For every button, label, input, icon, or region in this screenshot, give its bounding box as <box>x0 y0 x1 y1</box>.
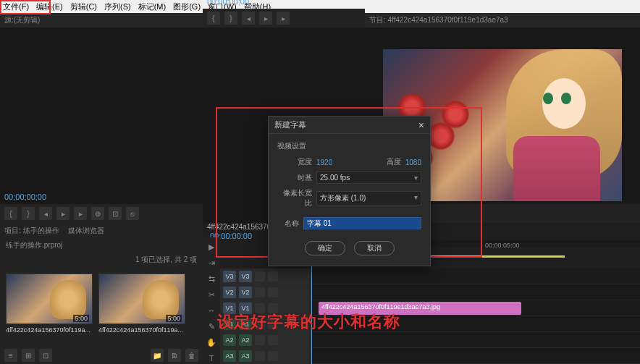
mark-out-icon[interactable]: } <box>22 207 35 220</box>
height-field[interactable]: 1080 <box>405 158 421 166</box>
source-timecode[interactable]: 00;00;00;00 <box>4 192 46 201</box>
export-frame-icon[interactable]: ⎋ <box>126 207 139 220</box>
project-selection-info: 1 项已选择, 共 2 项 <box>0 252 203 268</box>
track-label-a2[interactable]: A2 <box>239 334 252 346</box>
menu-sequence[interactable]: 序列(S) <box>104 1 131 12</box>
video-track-3: V3V3 <box>220 268 640 284</box>
timebase-select[interactable]: 25.00 fps <box>316 172 421 184</box>
program-tab[interactable]: 节目: 4ff422c424a156370f0f119e1d3ae7a3 <box>365 13 640 27</box>
ruler-mark: 00:00:05:00 <box>485 242 520 249</box>
project-tabs: 项目: 练手的操作 媒体浏览器 <box>0 223 203 239</box>
source-tab[interactable]: 源:(无剪辑) <box>0 13 203 27</box>
mark-in-icon[interactable]: { <box>4 207 17 220</box>
par-label: 像素长宽比 <box>277 188 312 208</box>
track-lock-icon[interactable] <box>268 271 278 282</box>
track-label-a3[interactable]: A3 <box>239 350 252 362</box>
project-thumbnails: 5:00 4ff422c424a156370f0f119a... 5:00 4f… <box>0 268 203 339</box>
track-content[interactable] <box>311 348 640 363</box>
source-monitor-panel: 源:(无剪辑) 00;00;00;00 { } ◂ ▸ ▸ ⊕ ⊡ ⎋ <box>0 13 203 223</box>
project-tab-media[interactable]: 媒体浏览器 <box>68 226 104 236</box>
program-timecode-mid[interactable]: 00;00;00;00 <box>207 0 249 6</box>
track-content[interactable] <box>311 332 640 347</box>
track-content[interactable] <box>311 268 640 284</box>
annotation-text: 设定好字幕的大小和名称 <box>217 311 400 333</box>
step-back-icon[interactable]: ◂ <box>242 12 255 25</box>
razor-tool-icon[interactable]: ✂ <box>206 289 217 301</box>
type-tool-icon[interactable]: T <box>206 352 217 364</box>
track-eye-icon[interactable] <box>255 287 265 297</box>
project-filename: 练手的操作.prproj <box>0 239 203 252</box>
track-eye-icon[interactable] <box>255 271 265 282</box>
play-icon[interactable]: ▸ <box>56 207 70 220</box>
ripple-tool-icon[interactable]: ⇆ <box>206 274 217 285</box>
selection-tool-icon[interactable]: ▶ <box>206 242 217 253</box>
dialog-title-text: 新建字幕 <box>274 119 306 130</box>
menu-file[interactable]: 文件(F) <box>3 1 29 12</box>
track-target-v2[interactable]: V2 <box>223 287 236 298</box>
timebase-label: 时基 <box>277 173 312 183</box>
track-mute-icon[interactable] <box>255 335 265 345</box>
menu-clip[interactable]: 剪辑(C) <box>70 1 97 12</box>
dialog-titlebar: 新建字幕 × <box>269 117 430 134</box>
track-select-tool-icon[interactable]: ⇥ <box>206 258 217 269</box>
mark-in-icon[interactable]: { <box>207 12 220 25</box>
dialog-section-label: 视频设置 <box>277 141 421 151</box>
play-icon[interactable]: ▸ <box>259 12 272 25</box>
track-label-v3[interactable]: V3 <box>239 271 252 282</box>
track-solo-icon[interactable] <box>268 351 278 361</box>
name-label: 名称 <box>277 219 299 229</box>
track-solo-icon[interactable] <box>268 335 278 345</box>
icon-view-icon[interactable]: ⊞ <box>22 349 35 362</box>
clip-name: 4ff422c424a156370f0f119a... <box>6 326 93 334</box>
name-input[interactable] <box>303 217 421 229</box>
track-target-a3[interactable]: A3 <box>223 350 236 362</box>
menu-edit[interactable]: 编辑(E) <box>36 1 63 12</box>
new-item-icon[interactable]: 🗎 <box>168 349 181 362</box>
mark-out-icon[interactable]: } <box>224 12 237 25</box>
height-label: 高度 <box>387 157 401 167</box>
clip-name: 4ff422c424a156370f0f119a... <box>98 326 185 334</box>
hand-tool-icon[interactable]: ✋ <box>206 337 217 348</box>
source-viewer: 00;00;00;00 { } ◂ ▸ ▸ ⊕ ⊡ ⎋ <box>0 27 203 223</box>
track-content[interactable] <box>311 284 640 300</box>
freeform-view-icon[interactable]: ⊡ <box>39 349 52 362</box>
track-label-v2[interactable]: V2 <box>239 287 252 298</box>
width-field[interactable]: 1920 <box>316 158 332 166</box>
close-icon[interactable]: × <box>418 119 424 131</box>
project-item[interactable]: 5:00 4ff422c424a156370f0f119a... <box>98 274 185 334</box>
clip-duration: 5:00 <box>166 315 182 322</box>
new-title-dialog: 新建字幕 × 视频设置 宽度 1920 高度 1080 时基 25.00 fps… <box>268 116 431 266</box>
track-lock-icon[interactable] <box>268 287 278 297</box>
slip-tool-icon[interactable]: ↔ <box>206 305 217 317</box>
menu-graphics[interactable]: 图形(G) <box>173 1 201 12</box>
project-footer: ≡ ⊞ ⊡ 📁 🗎 🗑 <box>0 347 203 364</box>
par-select[interactable]: 方形像素 (1.0) <box>316 191 421 206</box>
menu-marker[interactable]: 标记(M) <box>138 1 167 12</box>
step-back-icon[interactable]: ◂ <box>39 207 52 220</box>
project-panel: 项目: 练手的操作 媒体浏览器 练手的操作.prproj 1 项已选择, 共 2… <box>0 223 203 364</box>
program-toolbar: { } ◂ ▸ ▸ <box>203 9 365 27</box>
audio-track-3: A3A3 <box>220 348 640 364</box>
pen-tool-icon[interactable]: ✎ <box>206 321 217 332</box>
cancel-button[interactable]: 取消 <box>354 241 395 255</box>
step-fwd-icon[interactable]: ▸ <box>277 12 290 25</box>
list-view-icon[interactable]: ≡ <box>4 349 17 362</box>
delete-icon[interactable]: 🗑 <box>185 349 198 362</box>
clip-duration: 5:00 <box>73 315 89 322</box>
timeline-tools: ▶ ⇥ ⇆ ✂ ↔ ✎ ✋ T <box>203 237 220 364</box>
audio-track-2: A2A2 <box>220 332 640 348</box>
width-label: 宽度 <box>277 157 312 167</box>
ok-button[interactable]: 确定 <box>305 241 345 255</box>
source-toolbar: { } ◂ ▸ ▸ ⊕ ⊡ ⎋ <box>0 204 203 223</box>
insert-icon[interactable]: ⊕ <box>91 207 104 220</box>
new-bin-icon[interactable]: 📁 <box>151 349 164 362</box>
step-fwd-icon[interactable]: ▸ <box>74 207 87 220</box>
video-track-2: V2V2 <box>220 284 640 300</box>
project-tab-project[interactable]: 项目: 练手的操作 <box>4 226 59 236</box>
track-target-v3[interactable]: V3 <box>223 271 236 282</box>
project-item[interactable]: 5:00 4ff422c424a156370f0f119a... <box>6 274 93 334</box>
track-target-a2[interactable]: A2 <box>223 334 236 346</box>
overwrite-icon[interactable]: ⊡ <box>109 207 122 220</box>
track-mute-icon[interactable] <box>255 351 265 361</box>
